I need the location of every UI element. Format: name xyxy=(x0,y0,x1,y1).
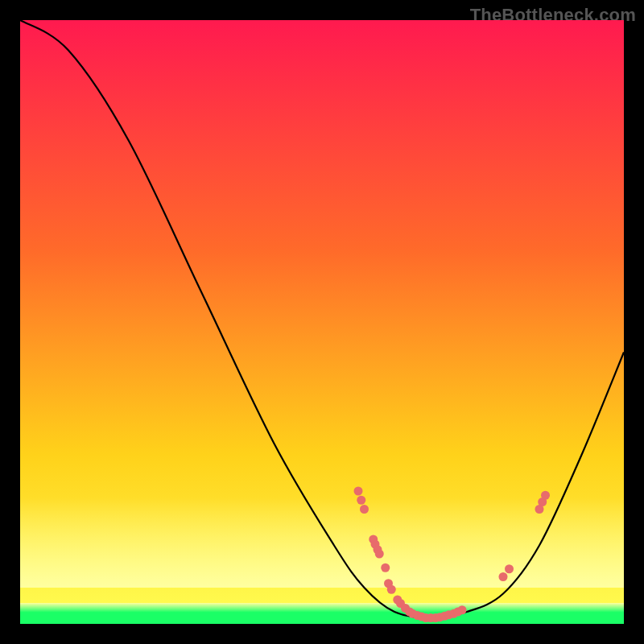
data-marker xyxy=(360,505,369,514)
data-marker xyxy=(354,487,363,496)
data-marker xyxy=(375,550,384,559)
bottleneck-curve xyxy=(20,20,624,618)
data-marker xyxy=(541,491,550,500)
chart-svg xyxy=(20,20,624,624)
plot-area xyxy=(20,20,624,624)
data-marker xyxy=(458,605,467,614)
data-marker xyxy=(381,564,390,572)
data-marker xyxy=(387,585,396,594)
data-marker xyxy=(505,564,514,573)
data-marker xyxy=(357,496,365,505)
marker-group xyxy=(354,487,551,623)
chart-stage: TheBottleneck.com xyxy=(0,0,644,644)
data-marker xyxy=(499,572,508,581)
